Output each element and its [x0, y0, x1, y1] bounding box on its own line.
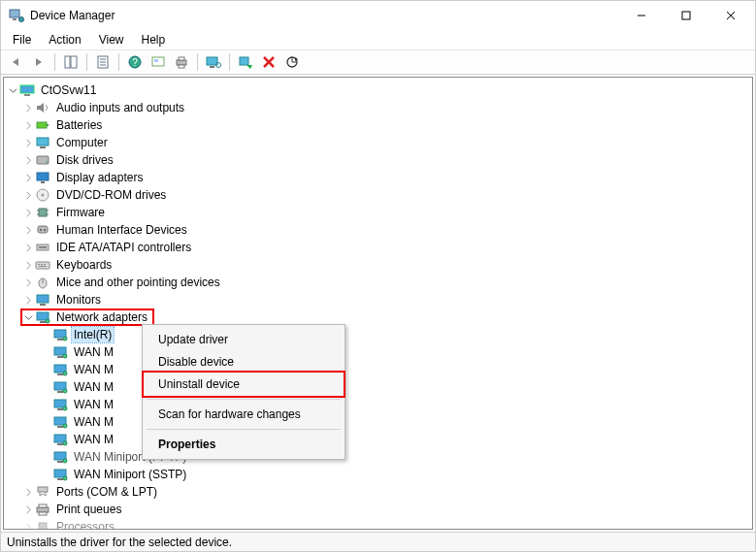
chevron-right-icon[interactable]	[21, 520, 35, 530]
nav-back-icon[interactable]	[5, 51, 26, 73]
tree-category[interactable]: IDE ATA/ATAPI controllers	[6, 239, 750, 256]
chevron-right-icon[interactable]	[21, 101, 35, 114]
show-hide-tree-icon[interactable]	[60, 51, 82, 73]
nav-forward-icon[interactable]	[28, 51, 49, 73]
svg-point-60	[46, 319, 49, 323]
tree-category[interactable]: Ports (COM & LPT)	[6, 483, 750, 501]
svg-rect-32	[40, 146, 46, 148]
menu-view[interactable]: View	[91, 32, 132, 48]
tree-category-label: Batteries	[54, 117, 104, 133]
network-adapter-icon	[52, 467, 68, 482]
tree-category[interactable]: DVD/CD-ROM drives	[6, 186, 750, 204]
network-adapter-icon	[52, 449, 68, 465]
tree-category[interactable]: Firmware	[6, 204, 750, 221]
ctx-update-driver[interactable]: Update driver	[145, 329, 343, 350]
svg-rect-80	[57, 443, 63, 445]
tree-category-label: IDE ATA/ATAPI controllers	[54, 240, 193, 255]
tree-category[interactable]: Human Interface Devices	[6, 221, 750, 239]
chevron-right-icon[interactable]	[21, 136, 35, 149]
chevron-right-icon[interactable]	[21, 258, 35, 272]
tree-device[interactable]: WAN M	[6, 361, 750, 378]
chevron-right-icon[interactable]	[21, 223, 35, 237]
chevron-down-icon[interactable]	[21, 310, 35, 324]
chevron-right-icon[interactable]	[21, 485, 35, 499]
tree-device[interactable]: WAN M	[6, 413, 750, 431]
ctx-scan-hardware[interactable]: Scan for hardware changes	[145, 404, 343, 425]
print-icon[interactable]	[171, 51, 192, 73]
tree-category-label: Disk drives	[54, 152, 115, 168]
tree-category[interactable]: Audio inputs and outputs	[6, 99, 750, 116]
network-adapter-icon	[52, 362, 68, 377]
tree-device[interactable]: WAN Miniport (PPTP)	[6, 448, 750, 466]
enable-icon[interactable]	[235, 51, 256, 73]
tree-category-label: Audio inputs and outputs	[54, 100, 186, 115]
tree-device[interactable]: WAN M	[6, 431, 750, 448]
tree-category[interactable]: Keyboards	[6, 256, 750, 274]
tree-category[interactable]: Monitors	[6, 291, 750, 308]
svg-point-72	[63, 389, 67, 393]
tree-category[interactable]: Processors	[6, 518, 750, 530]
tree-category[interactable]: Print queues	[6, 501, 750, 518]
svg-rect-28	[24, 94, 30, 96]
chevron-right-icon[interactable]	[21, 293, 35, 307]
svg-rect-50	[38, 264, 40, 265]
scan-hardware-icon[interactable]	[203, 51, 224, 73]
chevron-right-icon[interactable]	[21, 188, 35, 202]
tree-category[interactable]: Computer	[6, 134, 750, 151]
chevron-right-icon[interactable]	[21, 241, 35, 254]
svg-rect-44	[38, 226, 48, 233]
network-adapter-icon	[52, 397, 68, 412]
tree-device[interactable]: WAN M	[6, 343, 750, 361]
chevron-right-icon[interactable]	[21, 503, 35, 516]
menu-action[interactable]: Action	[41, 32, 88, 48]
chevron-down-icon[interactable]	[6, 83, 19, 97]
tree-category[interactable]: Batteries	[6, 116, 750, 134]
monitor2-icon	[35, 292, 50, 308]
tree-device[interactable]: WAN M	[6, 378, 750, 396]
device-tree-panel[interactable]: CtOSvw11Audio inputs and outputsBatterie…	[3, 77, 753, 530]
chevron-right-icon[interactable]	[21, 276, 35, 289]
svg-rect-71	[57, 391, 63, 393]
window-controls	[619, 1, 753, 30]
tree-device[interactable]: WAN Miniport (SSTP)	[6, 466, 750, 483]
svg-rect-18	[179, 57, 184, 60]
tree-device[interactable]: WAN M	[6, 396, 750, 413]
disable-x-icon[interactable]	[258, 51, 279, 73]
svg-point-87	[63, 476, 67, 480]
tree-category[interactable]: Network adapters	[6, 308, 750, 326]
close-button[interactable]	[708, 1, 753, 30]
tree-device-label: WAN M	[72, 432, 115, 447]
svg-point-66	[63, 354, 67, 358]
tree-device[interactable]: Intel(R)	[6, 326, 750, 343]
tree-category-label: Firmware	[54, 205, 107, 220]
chevron-right-icon[interactable]	[21, 153, 35, 167]
tree-category[interactable]: Mice and other pointing devices	[6, 274, 750, 291]
maximize-button[interactable]	[664, 1, 708, 30]
ctx-disable-device[interactable]: Disable device	[145, 351, 343, 373]
computer-icon	[19, 82, 35, 98]
svg-rect-29	[37, 122, 47, 128]
tree-device-label: WAN M	[72, 362, 115, 377]
chevron-right-icon[interactable]	[21, 206, 35, 219]
update-icon[interactable]	[281, 51, 303, 73]
ctx-uninstall-device[interactable]: Uninstall device	[145, 373, 343, 395]
menu-help[interactable]: Help	[134, 32, 174, 48]
chevron-right-icon[interactable]	[21, 171, 35, 184]
menu-file[interactable]: File	[5, 32, 39, 48]
svg-rect-68	[57, 373, 63, 375]
help-icon[interactable]: ?	[124, 51, 146, 73]
tree-category-label: Human Interface Devices	[54, 222, 189, 238]
toolbar-separator	[229, 53, 230, 71]
svg-rect-65	[57, 356, 63, 358]
minimize-button[interactable]	[619, 1, 664, 30]
svg-rect-39	[39, 209, 47, 216]
find-icon[interactable]	[148, 51, 169, 73]
tree-category[interactable]: Display adapters	[6, 169, 750, 186]
properties-sheet-icon[interactable]	[92, 51, 114, 73]
menu-bar: File Action View Help	[1, 30, 755, 49]
tree-category[interactable]: Disk drives	[6, 151, 750, 169]
app-icon	[9, 8, 24, 23]
chevron-right-icon[interactable]	[21, 118, 35, 132]
tree-root-node[interactable]: CtOSvw11	[6, 81, 750, 99]
ctx-properties[interactable]: Properties	[145, 434, 343, 455]
